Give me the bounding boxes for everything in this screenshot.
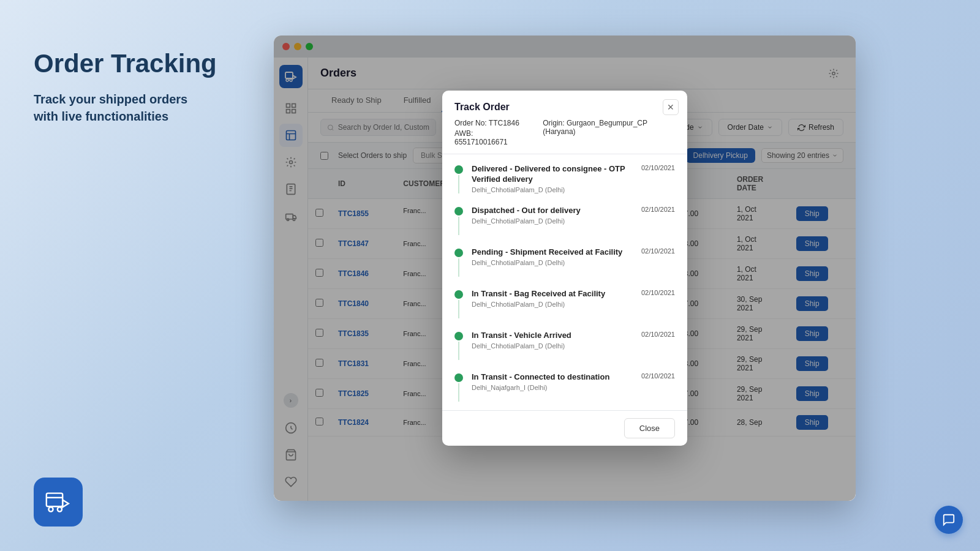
timeline-item: Pending - Shipment Received at Facility … <box>454 247 675 277</box>
timeline-status: In Transit - Connected to destination <box>472 372 609 383</box>
modal-meta: Order No: TTC1846 AWB: 6551710016671 Ori… <box>454 119 675 146</box>
timeline-status: Dispatched - Out for delivery <box>472 206 581 216</box>
origin-col: Origin: Gurgaon_Begumpur_CP (Haryana) <box>543 119 675 146</box>
timeline-dot-col <box>454 289 463 318</box>
timeline-status: In Transit - Vehicle Arrived <box>472 331 571 341</box>
timeline-location: Delhi_ChhotialPalam_D (Delhi) <box>472 342 675 350</box>
timeline-line <box>458 258 459 277</box>
timeline-content: Delivered - Delivered to consignee - OTP… <box>472 164 675 193</box>
timeline-dot <box>454 249 463 257</box>
timeline-line <box>458 342 459 360</box>
timeline-status: Delivered - Delivered to consignee - OTP… <box>472 164 636 185</box>
bottom-logo <box>34 478 83 527</box>
timeline-location: Delhi_ChhotialPalam_D (Delhi) <box>472 217 675 225</box>
timeline-content: Pending - Shipment Received at Facility … <box>472 247 675 277</box>
modal-overlay: Track Order ✕ Order No: TTC1846 AWB: 655… <box>274 36 856 501</box>
timeline-date: 02/10/2021 <box>641 247 675 255</box>
timeline-dot <box>454 165 463 174</box>
track-order-modal: Track Order ✕ Order No: TTC1846 AWB: 655… <box>442 91 687 446</box>
awb-label: AWB: 6551710016671 <box>454 129 524 146</box>
chat-bubble[interactable] <box>935 506 963 534</box>
timeline-item: In Transit - Connected to destination 02… <box>454 372 675 402</box>
timeline-item: In Transit - Vehicle Arrived 02/10/2021 … <box>454 331 675 360</box>
order-info-col: Order No: TTC1846 AWB: 6551710016671 <box>454 119 524 146</box>
modal-title: Track Order <box>454 102 675 113</box>
timeline-line <box>458 300 459 318</box>
timeline-dot-col <box>454 164 463 193</box>
timeline-item: In Transit - Bag Received at Facility 02… <box>454 289 675 318</box>
timeline-dot-col <box>454 206 463 235</box>
timeline-location: Delhi_Najafgarh_I (Delhi) <box>472 384 675 391</box>
timeline-line <box>458 217 459 235</box>
svg-point-1 <box>48 507 53 511</box>
origin-label: Origin: Gurgaon_Begumpur_CP (Haryana) <box>543 119 675 136</box>
page-subtitle: Track your shipped orderswith live funct… <box>34 91 239 125</box>
timeline-dot-col <box>454 247 463 277</box>
timeline-dot <box>454 207 463 216</box>
timeline-item: Dispatched - Out for delivery 02/10/2021… <box>454 206 675 235</box>
timeline-status: Pending - Shipment Received at Facility <box>472 247 622 258</box>
page-title: Order Tracking <box>34 49 239 78</box>
timeline-dot-col <box>454 372 463 402</box>
modal-close-footer-button[interactable]: Close <box>624 418 675 438</box>
svg-rect-0 <box>47 493 62 507</box>
timeline-dot <box>454 373 463 382</box>
modal-header: Track Order ✕ Order No: TTC1846 AWB: 655… <box>442 91 687 154</box>
timeline-item: Delivered - Delivered to consignee - OTP… <box>454 164 675 193</box>
timeline-date: 02/10/2021 <box>641 164 675 171</box>
timeline-dot <box>454 290 463 299</box>
timeline-location: Delhi_ChhotialPalam_D (Delhi) <box>472 301 675 308</box>
timeline-content: Dispatched - Out for delivery 02/10/2021… <box>472 206 675 235</box>
timeline-location: Delhi_ChhotialPalam_D (Delhi) <box>472 186 675 193</box>
browser-window: › <box>274 36 856 501</box>
svg-point-2 <box>58 507 62 511</box>
timeline-content: In Transit - Connected to destination 02… <box>472 372 675 402</box>
timeline-date: 02/10/2021 <box>641 331 675 338</box>
timeline-line <box>458 175 459 193</box>
modal-footer: Close <box>442 410 687 446</box>
timeline-dot-col <box>454 331 463 360</box>
timeline-content: In Transit - Vehicle Arrived 02/10/2021 … <box>472 331 675 360</box>
timeline-content: In Transit - Bag Received at Facility 02… <box>472 289 675 318</box>
order-no-label: Order No: TTC1846 <box>454 119 524 127</box>
left-panel: Order Tracking Track your shipped orders… <box>0 0 270 551</box>
modal-close-button[interactable]: ✕ <box>663 99 679 115</box>
timeline-dot <box>454 332 463 340</box>
timeline-date: 02/10/2021 <box>641 372 675 380</box>
timeline-date: 02/10/2021 <box>641 206 675 213</box>
timeline-date: 02/10/2021 <box>641 289 675 296</box>
timeline-location: Delhi_ChhotialPalam_D (Delhi) <box>472 259 675 266</box>
timeline-status: In Transit - Bag Received at Facility <box>472 289 605 299</box>
modal-body: Delivered - Delivered to consignee - OTP… <box>442 154 687 410</box>
timeline-line <box>458 383 459 402</box>
